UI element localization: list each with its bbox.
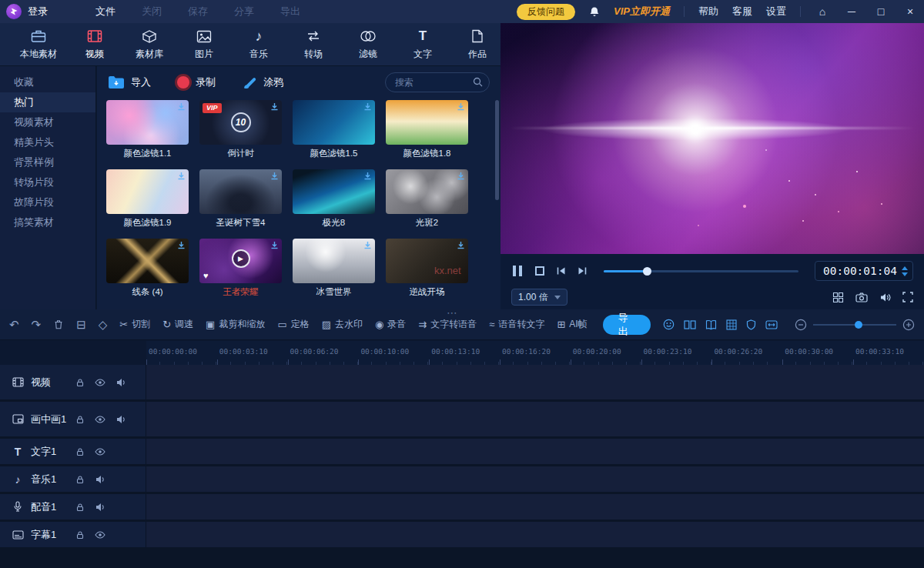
layout-grid-icon[interactable] (832, 292, 844, 303)
notification-bell-icon[interactable] (589, 6, 600, 18)
library-item[interactable]: 颜色滤镜1.8 (386, 100, 468, 159)
track-lane-video[interactable] (146, 365, 924, 399)
tool-text-to-speech[interactable]: ⇉文字转语音 (418, 318, 477, 331)
track-head-video[interactable]: 视频 (0, 365, 146, 399)
tab-filter[interactable]: 滤镜 (351, 28, 385, 61)
track-lane-subtitle[interactable] (146, 522, 924, 547)
visibility-eye-icon[interactable] (95, 416, 105, 423)
lock-icon[interactable] (75, 475, 85, 484)
tab-local-material[interactable]: 本地素材 (20, 28, 57, 61)
download-icon[interactable] (457, 102, 465, 111)
track-head-subtitle[interactable]: 字幕1 (0, 522, 146, 547)
track-lane-pip[interactable] (146, 402, 924, 436)
tab-music[interactable]: ♪ 音乐 (242, 28, 276, 61)
doodle-button[interactable]: 涂鸦 (242, 75, 283, 90)
track-head-text[interactable]: T 文字1 (0, 439, 146, 464)
mute-volume-icon[interactable] (116, 378, 126, 387)
sidebar-item-video-material[interactable]: 视频素材 (0, 112, 95, 132)
feedback-button[interactable]: 反馈问题 (517, 4, 575, 20)
maximize-button[interactable]: □ (873, 5, 889, 18)
mute-volume-icon[interactable] (95, 503, 105, 512)
ruler-ticks[interactable]: 00:00:00:00 00:00:03:10 00:00:06:20 00:0… (146, 341, 924, 365)
delete-icon[interactable] (53, 319, 64, 330)
close-button[interactable]: × (902, 5, 918, 18)
zoom-in-icon[interactable] (902, 319, 915, 331)
mute-volume-icon[interactable] (116, 415, 126, 424)
search-icon[interactable] (473, 77, 483, 87)
lock-icon[interactable] (75, 503, 85, 512)
library-item[interactable]: 逆战开场 (386, 239, 468, 298)
track-head-pip[interactable]: 画中画1 (0, 402, 146, 436)
mute-volume-icon[interactable] (95, 475, 105, 484)
speed-select[interactable]: 1.00 倍 (511, 289, 567, 306)
prev-frame-button[interactable] (556, 266, 566, 276)
tab-text[interactable]: T 文字 (406, 28, 440, 61)
favorite-heart-icon[interactable]: ♥ (203, 272, 209, 280)
sidebar-item-funny[interactable]: 搞笑素材 (0, 212, 95, 232)
library-item[interactable]: 极光8 (293, 169, 375, 229)
help-button[interactable]: 帮助 (698, 5, 718, 18)
visibility-eye-icon[interactable] (95, 448, 105, 456)
visibility-eye-icon[interactable] (95, 531, 105, 539)
lock-icon[interactable] (75, 447, 85, 456)
tool-remove-watermark[interactable]: ▨去水印 (322, 318, 363, 331)
tool-speech-to-text[interactable]: ≈语音转文字 (489, 318, 544, 331)
download-icon[interactable] (457, 172, 465, 180)
menu-save[interactable]: 保存 (188, 5, 208, 18)
seek-slider[interactable] (604, 270, 798, 272)
menu-export[interactable]: 导出 (280, 5, 300, 18)
download-icon[interactable] (363, 102, 372, 111)
tool-ai-frame[interactable]: ⊞AI帧 (557, 318, 587, 331)
library-item[interactable]: 颜色滤镜1.9 (106, 169, 189, 229)
download-icon[interactable] (363, 241, 372, 249)
volume-icon[interactable] (879, 292, 891, 302)
menu-file[interactable]: 文件 (95, 5, 116, 18)
timeline-ruler[interactable]: 00:00:00:00 00:00:03:10 00:00:06:20 00:0… (0, 341, 924, 365)
snapshot-camera-icon[interactable] (855, 292, 868, 302)
timecode-stepper[interactable] (902, 266, 908, 276)
library-item[interactable]: 线条 (4) (106, 239, 189, 298)
library-scrollbar[interactable] (495, 100, 499, 200)
download-icon[interactable] (177, 172, 186, 180)
download-icon[interactable] (270, 102, 279, 111)
track-lane-text[interactable] (146, 439, 924, 464)
panel-resize-handle[interactable]: ⋯ (447, 306, 459, 319)
download-icon[interactable] (363, 172, 372, 180)
seek-knob[interactable] (643, 267, 651, 276)
undo-icon[interactable]: ↶ (9, 318, 19, 332)
tab-material-library[interactable]: 素材库 (132, 28, 166, 61)
menu-close[interactable]: 关闭 (142, 5, 162, 18)
import-button[interactable]: 导入 (108, 75, 151, 89)
customer-service-button[interactable]: 客服 (732, 5, 752, 18)
tab-picture[interactable]: 图片 (187, 28, 221, 61)
tool-record-audio[interactable]: ◉录音 (375, 318, 406, 331)
pause-button[interactable] (511, 266, 524, 276)
vip-upgrade-button[interactable]: VIP立即开通 (614, 5, 670, 18)
library-item[interactable]: 颜色滤镜1.5 (293, 100, 375, 159)
library-item[interactable]: 冰雪世界 (293, 239, 375, 298)
download-icon[interactable] (177, 102, 186, 111)
sticker-icon[interactable] (663, 319, 675, 330)
track-lane-voiceover[interactable] (146, 494, 924, 520)
sidebar-item-intros[interactable]: 精美片头 (0, 132, 95, 152)
sidebar-item-popular[interactable]: 热门 (0, 92, 95, 112)
play-icon[interactable]: ▶ (232, 249, 250, 268)
library-item[interactable]: 光斑2 (386, 169, 468, 229)
tool-cut[interactable]: ✂切割 (119, 318, 150, 331)
stop-button[interactable] (535, 266, 544, 276)
sidebar-item-glitch[interactable]: 故障片段 (0, 192, 95, 212)
mosaic-icon[interactable] (726, 319, 737, 330)
library-item[interactable]: ▶ ♥ 王者荣耀 (199, 239, 282, 298)
fullscreen-icon[interactable] (902, 292, 913, 302)
track-lane-music[interactable] (146, 466, 924, 492)
redo-icon[interactable]: ↷ (32, 318, 42, 332)
lock-icon[interactable] (75, 530, 85, 540)
download-icon[interactable] (457, 241, 465, 249)
minimize-button[interactable]: ─ (844, 5, 859, 18)
track-head-voiceover[interactable]: 配音1 (0, 494, 146, 520)
tab-works[interactable]: 作品 (460, 28, 494, 61)
zoom-slider[interactable] (813, 324, 896, 326)
sidebar-item-backgrounds[interactable]: 背景样例 (0, 152, 95, 172)
shield-icon[interactable] (746, 319, 756, 330)
lock-icon[interactable] (75, 378, 85, 387)
